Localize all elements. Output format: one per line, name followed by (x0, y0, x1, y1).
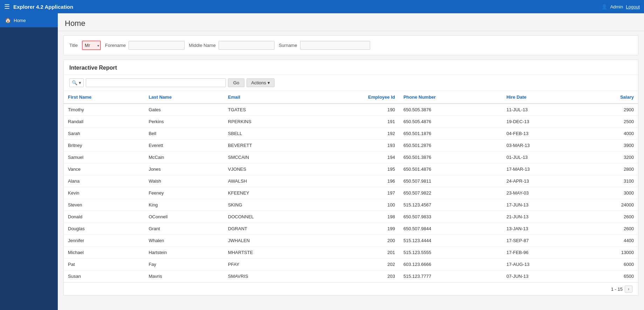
cell-hire-date: 07-JUN-13 (502, 270, 582, 282)
cell-hire-date: 01-JUL-13 (502, 152, 582, 163)
table-header-row: First Name Last Name Email Employee Id P… (64, 91, 638, 104)
navbar-left: ☰ Explorer 4.2 Application (4, 3, 73, 10)
cell-last-name: Grant (144, 223, 224, 235)
report-title: Interactive Report (64, 60, 638, 75)
cell-email: PFAY (224, 259, 310, 270)
title-select[interactable]: Mr Mrs Ms Dr Prof (82, 41, 101, 50)
cell-last-name: Mavris (144, 270, 224, 282)
table-body: Timothy Gates TGATES 190 650.505.3876 11… (64, 104, 638, 282)
cell-last-name: Fay (144, 259, 224, 270)
cell-email: AWALSH (224, 175, 310, 187)
cell-first-name: Samuel (64, 152, 144, 163)
cell-email: MHARTSTE (224, 247, 310, 259)
page-title: Home (65, 19, 637, 28)
cell-last-name: McCain (144, 152, 224, 163)
col-salary[interactable]: Salary (582, 91, 638, 104)
cell-employee-id: 193 (310, 140, 399, 152)
table-row: Jennifer Whalen JWHALEN 200 515.123.4444… (64, 235, 638, 247)
surname-group: Surname (279, 41, 370, 50)
cell-hire-date: 24-APR-13 (502, 175, 582, 187)
table-row: Britney Everett BEVERETT 193 650.501.287… (64, 140, 638, 152)
cell-last-name: Bell (144, 128, 224, 140)
cell-last-name: Feeney (144, 187, 224, 199)
search-input[interactable] (86, 78, 226, 87)
user-icon: 👤 (601, 4, 607, 9)
cell-last-name: Perkins (144, 116, 224, 128)
layout: 🏠 Home Home Title Mr Mrs Ms Dr Prof ▾ (0, 13, 644, 310)
pagination-next-button[interactable]: › (625, 286, 632, 293)
actions-dropdown-icon: ▾ (268, 80, 270, 85)
cell-email: KFEENEY (224, 187, 310, 199)
cell-salary: 3900 (582, 140, 638, 152)
cell-hire-date: 17-MAR-13 (502, 163, 582, 175)
cell-phone-number: 650.501.1876 (399, 128, 502, 140)
col-email[interactable]: Email (224, 91, 310, 104)
table-row: Donald OConnell DOCONNEL 198 650.507.983… (64, 211, 638, 223)
cell-email: SMAVRIS (224, 270, 310, 282)
col-hire-date[interactable]: Hire Date (502, 91, 582, 104)
cell-email: SBELL (224, 128, 310, 140)
cell-employee-id: 196 (310, 175, 399, 187)
cell-email: RPERKINS (224, 116, 310, 128)
cell-last-name: Gates (144, 104, 224, 116)
cell-hire-date: 17-FEB-96 (502, 247, 582, 259)
table-row: Samuel McCain SMCCAIN 194 650.501.3876 0… (64, 152, 638, 163)
cell-salary: 3100 (582, 175, 638, 187)
cell-phone-number: 515.123.4567 (399, 199, 502, 211)
cell-phone-number: 650.501.3876 (399, 152, 502, 163)
cell-first-name: Donald (64, 211, 144, 223)
middle-name-group: Middle Name (189, 41, 275, 50)
hamburger-icon[interactable]: ☰ (4, 3, 10, 10)
search-select[interactable]: 🔍 ▾ (69, 78, 84, 87)
navbar-right: 👤 Admin Logout (601, 4, 640, 9)
go-button[interactable]: Go (228, 78, 244, 87)
cell-salary: 24000 (582, 199, 638, 211)
cell-hire-date: 04-FEB-13 (502, 128, 582, 140)
surname-input[interactable] (300, 41, 370, 50)
cell-last-name: Everett (144, 140, 224, 152)
cell-hire-date: 17-SEP-87 (502, 235, 582, 247)
table-row: Pat Fay PFAY 202 603.123.6666 17-AUG-13 … (64, 259, 638, 270)
cell-last-name: Walsh (144, 175, 224, 187)
table-row: Vance Jones VJONES 195 650.501.4876 17-M… (64, 163, 638, 175)
col-first-name[interactable]: First Name (64, 91, 144, 104)
middle-name-input[interactable] (219, 41, 275, 50)
col-last-name[interactable]: Last Name (144, 91, 224, 104)
cell-last-name: Jones (144, 163, 224, 175)
cell-phone-number: 650.507.9811 (399, 175, 502, 187)
table-row: Randall Perkins RPERKINS 191 650.505.487… (64, 116, 638, 128)
cell-phone-number: 650.505.4876 (399, 116, 502, 128)
cell-email: SKING (224, 199, 310, 211)
actions-button[interactable]: Actions ▾ (247, 78, 275, 87)
cell-phone-number: 515.123.5555 (399, 247, 502, 259)
col-phone-number[interactable]: Phone Number (399, 91, 502, 104)
cell-email: BEVERETT (224, 140, 310, 152)
actions-label: Actions (251, 80, 266, 85)
logout-link[interactable]: Logout (626, 4, 640, 9)
cell-phone-number: 515.123.7777 (399, 270, 502, 282)
col-employee-id[interactable]: Employee Id (310, 91, 399, 104)
surname-label: Surname (279, 43, 297, 48)
cell-first-name: Michael (64, 247, 144, 259)
cell-hire-date: 19-DEC-13 (502, 116, 582, 128)
cell-employee-id: 194 (310, 152, 399, 163)
cell-employee-id: 200 (310, 235, 399, 247)
table-row: Michael Hartstein MHARTSTE 201 515.123.5… (64, 247, 638, 259)
forename-input[interactable] (129, 41, 185, 50)
title-label: Title (69, 43, 78, 48)
user-name: Admin (610, 4, 623, 9)
search-dropdown-arrow: ▾ (79, 80, 81, 85)
cell-first-name: Susan (64, 270, 144, 282)
cell-employee-id: 201 (310, 247, 399, 259)
cell-salary: 4400 (582, 235, 638, 247)
cell-first-name: Randall (64, 116, 144, 128)
middle-name-label: Middle Name (189, 43, 216, 48)
search-icon: 🔍 (72, 80, 77, 85)
sidebar-item-home[interactable]: 🏠 Home (0, 13, 58, 27)
cell-salary: 13000 (582, 247, 638, 259)
cell-first-name: Sarah (64, 128, 144, 140)
cell-first-name: Britney (64, 140, 144, 152)
cell-hire-date: 03-MAR-13 (502, 140, 582, 152)
table-row: Steven King SKING 100 515.123.4567 17-JU… (64, 199, 638, 211)
table-row: Timothy Gates TGATES 190 650.505.3876 11… (64, 104, 638, 116)
